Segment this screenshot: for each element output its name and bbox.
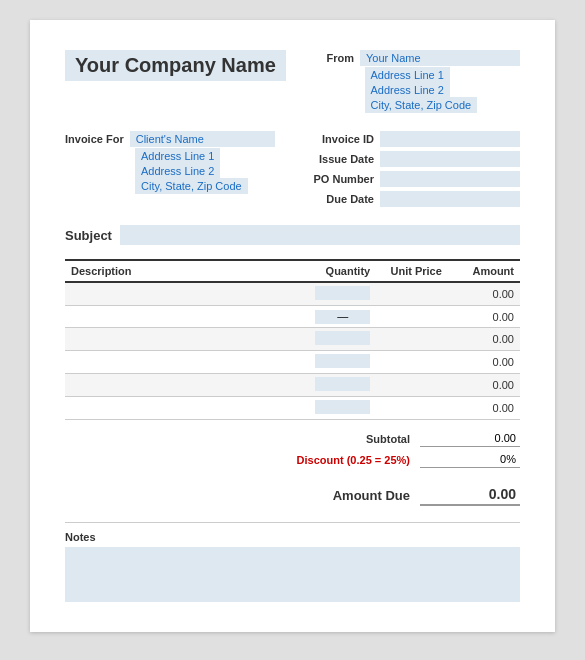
invoice-for-section: Invoice For Client's Name Address Line 1…	[65, 131, 275, 207]
cell-description[interactable]	[65, 351, 309, 374]
from-name-field[interactable]: Your Name	[360, 50, 520, 66]
cell-description[interactable]	[65, 328, 309, 351]
table-row: —0.00	[65, 306, 520, 328]
company-name[interactable]: Your Company Name	[65, 50, 286, 81]
cell-unit-price[interactable]	[376, 306, 448, 328]
issue-date-label: Issue Date	[304, 153, 374, 165]
notes-field[interactable]	[65, 547, 520, 602]
cell-quantity[interactable]	[309, 328, 376, 351]
cell-amount: 0.00	[448, 397, 520, 420]
amount-due-row: Amount Due 0.00	[280, 484, 520, 506]
client-address1-field[interactable]: Address Line 1	[135, 148, 220, 164]
cell-quantity[interactable]: —	[309, 306, 376, 328]
cell-amount: 0.00	[448, 374, 520, 397]
cell-description[interactable]	[65, 282, 309, 306]
invoice-for-label: Invoice For	[65, 133, 124, 145]
due-date-field[interactable]	[380, 191, 520, 207]
cell-amount: 0.00	[448, 306, 520, 328]
cell-unit-price[interactable]	[376, 397, 448, 420]
table-row: 0.00	[65, 328, 520, 351]
cell-unit-price[interactable]	[376, 351, 448, 374]
invoice-details-section: Invoice ID Issue Date PO Number Due Date	[304, 131, 520, 207]
amount-due-value: 0.00	[420, 484, 520, 506]
col-quantity: Quantity	[309, 260, 376, 282]
client-city-field[interactable]: City, State, Zip Code	[135, 178, 248, 194]
totals-section: Subtotal 0.00 Discount (0.25 = 25%) 0%	[65, 430, 520, 468]
invoice-id-field[interactable]	[380, 131, 520, 147]
middle-section: Invoice For Client's Name Address Line 1…	[65, 131, 520, 207]
cell-description[interactable]	[65, 397, 309, 420]
discount-label[interactable]: Discount (0.25 = 25%)	[280, 454, 410, 466]
notes-label: Notes	[65, 531, 520, 543]
client-address2-field[interactable]: Address Line 2	[135, 163, 220, 179]
po-number-label: PO Number	[304, 173, 374, 185]
subtotal-value: 0.00	[420, 430, 520, 447]
invoice-page: Your Company Name From Your Name Address…	[30, 20, 555, 632]
col-description: Description	[65, 260, 309, 282]
cell-description[interactable]	[65, 306, 309, 328]
subtotal-label: Subtotal	[280, 433, 410, 445]
invoice-id-label: Invoice ID	[304, 133, 374, 145]
col-amount: Amount	[448, 260, 520, 282]
issue-date-field[interactable]	[380, 151, 520, 167]
notes-section: Notes	[65, 522, 520, 602]
table-row: 0.00	[65, 351, 520, 374]
cell-description[interactable]	[65, 374, 309, 397]
cell-quantity[interactable]	[309, 374, 376, 397]
due-date-label: Due Date	[304, 193, 374, 205]
table-row: 0.00	[65, 282, 520, 306]
invoice-table: Description Quantity Unit Price Amount 0…	[65, 259, 520, 420]
from-address1-field[interactable]: Address Line 1	[365, 67, 450, 83]
table-row: 0.00	[65, 397, 520, 420]
header-section: Your Company Name From Your Name Address…	[65, 50, 520, 111]
cell-quantity[interactable]	[309, 397, 376, 420]
subject-field[interactable]	[120, 225, 520, 245]
cell-quantity[interactable]	[309, 282, 376, 306]
from-city-field[interactable]: City, State, Zip Code	[365, 97, 478, 113]
cell-amount: 0.00	[448, 351, 520, 374]
subject-label: Subject	[65, 228, 112, 243]
from-section: From Your Name Address Line 1 Address Li…	[327, 50, 521, 111]
client-name-field[interactable]: Client's Name	[130, 131, 275, 147]
cell-unit-price[interactable]	[376, 374, 448, 397]
cell-amount: 0.00	[448, 328, 520, 351]
cell-amount: 0.00	[448, 282, 520, 306]
col-unit-price: Unit Price	[376, 260, 448, 282]
discount-value[interactable]: 0%	[420, 451, 520, 468]
cell-quantity[interactable]	[309, 351, 376, 374]
cell-unit-price[interactable]	[376, 328, 448, 351]
amount-due-label: Amount Due	[280, 488, 410, 503]
from-address2-field[interactable]: Address Line 2	[365, 82, 450, 98]
cell-unit-price[interactable]	[376, 282, 448, 306]
po-number-field[interactable]	[380, 171, 520, 187]
from-label: From	[327, 52, 355, 64]
subject-section: Subject	[65, 225, 520, 245]
table-row: 0.00	[65, 374, 520, 397]
